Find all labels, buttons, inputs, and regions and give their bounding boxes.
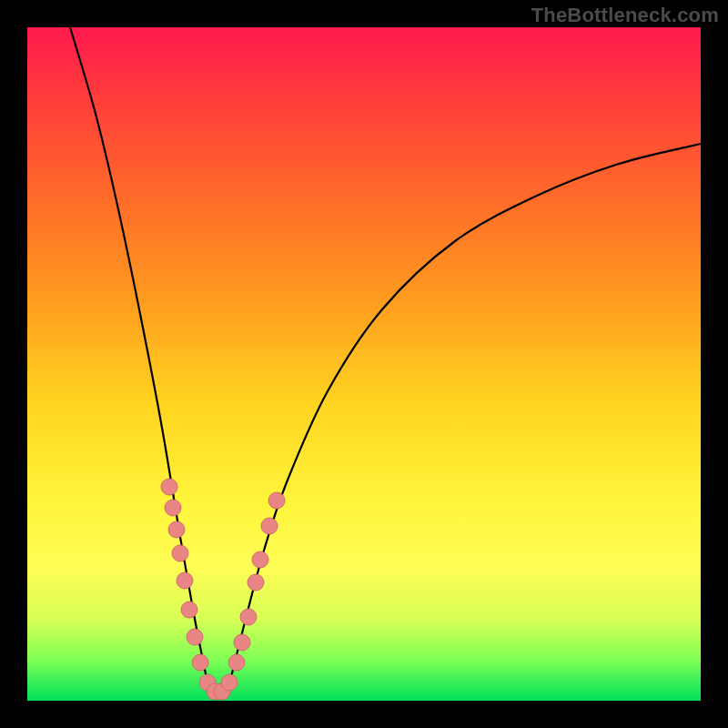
data-marker	[221, 674, 238, 691]
data-marker	[161, 479, 177, 495]
data-marker	[240, 609, 257, 625]
data-marker	[181, 602, 197, 618]
chart-frame: TheBottleneck.com	[0, 0, 728, 728]
data-marker	[268, 492, 285, 509]
data-marker	[248, 574, 264, 591]
watermark-text: TheBottleneck.com	[531, 4, 719, 27]
data-marker	[228, 654, 245, 671]
data-marker	[252, 551, 268, 568]
data-marker	[168, 521, 185, 538]
left-curve	[70, 27, 209, 692]
data-marker	[234, 634, 250, 651]
right-curve	[228, 144, 701, 692]
chart-svg	[27, 27, 701, 701]
data-marker	[172, 545, 188, 561]
data-marker	[261, 518, 278, 534]
markers-group	[161, 479, 285, 700]
data-marker	[192, 654, 208, 671]
data-marker	[165, 500, 181, 516]
data-marker	[177, 572, 193, 589]
data-marker	[187, 629, 203, 645]
